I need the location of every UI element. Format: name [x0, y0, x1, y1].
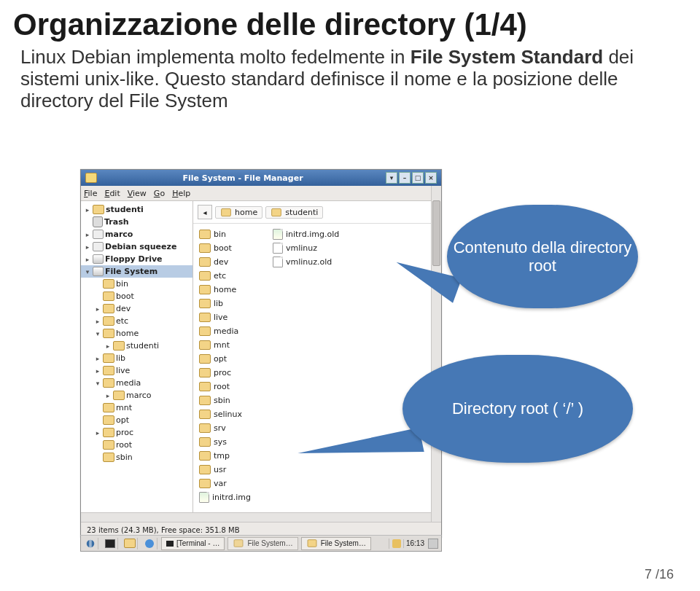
file-item-dev[interactable]: dev: [199, 256, 251, 268]
tree-item-proc[interactable]: ▸proc: [81, 426, 192, 439]
breadcrumb-home[interactable]: home: [215, 206, 262, 219]
close-button[interactable]: ×: [425, 172, 437, 184]
tree-item-marco[interactable]: ▸marco: [81, 228, 192, 240]
h-scrollbar[interactable]: [81, 512, 432, 522]
expand-icon[interactable]: ▸: [94, 429, 101, 437]
file-item-etc[interactable]: etc: [199, 270, 251, 282]
file-item-usr[interactable]: usr: [199, 463, 251, 476]
file-item-label: initrd.img.old: [286, 230, 339, 239]
tree-item-root[interactable]: ▸root: [81, 439, 192, 451]
menu-edit[interactable]: Edit: [104, 189, 120, 198]
file-item-home[interactable]: home: [199, 283, 251, 296]
menu-go[interactable]: Go: [154, 189, 165, 198]
tree-item-lib[interactable]: ▸lib: [81, 352, 192, 364]
file-item-media[interactable]: media: [199, 325, 251, 337]
menu-file[interactable]: File: [84, 189, 97, 198]
page-number: 7 /16: [645, 567, 674, 582]
breadcrumb-studenti[interactable]: studenti: [265, 206, 323, 219]
file-item-live[interactable]: live: [199, 311, 251, 324]
tree-item-studenti[interactable]: ▸studenti: [81, 203, 192, 216]
expand-icon[interactable]: ▾: [94, 380, 101, 387]
task-terminal[interactable]: [Terminal - …: [161, 537, 225, 550]
file-item-label: srv: [214, 423, 226, 433]
file-item-sys[interactable]: sys: [199, 436, 251, 448]
expand-icon[interactable]: ▸: [84, 243, 91, 251]
location-bar[interactable]: ◂ home studenti: [193, 201, 441, 224]
browser-launcher[interactable]: [142, 538, 158, 549]
expand-icon[interactable]: ▾: [84, 268, 91, 275]
tree-item-floppy-drive[interactable]: ▸Floppy Drive: [81, 253, 192, 265]
tray-icon[interactable]: [392, 539, 401, 548]
file-item-initrd-img-old[interactable]: initrd.img.old: [273, 228, 339, 240]
window-titlebar[interactable]: File System - File Manager ▾ – □ ×: [81, 170, 441, 186]
minimize-button[interactable]: –: [399, 172, 411, 184]
file-item-opt[interactable]: opt: [199, 353, 251, 365]
svg-rect-1: [89, 539, 92, 547]
keep-below-button[interactable]: ▾: [386, 172, 397, 184]
tree-item-debian-squeeze[interactable]: ▸Debian squeeze: [81, 240, 192, 253]
expand-icon[interactable]: ▸: [104, 343, 112, 350]
tree-item-home[interactable]: ▾home: [81, 327, 192, 340]
tree-item-file-system[interactable]: ▾File System: [81, 265, 192, 278]
tree-item-studenti[interactable]: ▸studenti: [81, 340, 192, 352]
tree-item-etc[interactable]: ▸etc: [81, 315, 192, 327]
expand-icon[interactable]: ▸: [94, 367, 101, 375]
task-fm-2[interactable]: File System…: [301, 537, 371, 550]
file-item-root[interactable]: root: [199, 380, 251, 393]
expand-icon[interactable]: ▸: [94, 305, 101, 313]
file-item-vmlinuz[interactable]: vmlinuz: [273, 242, 339, 254]
file-item-tmp[interactable]: tmp: [199, 450, 251, 462]
expand-icon[interactable]: ▸: [94, 318, 101, 325]
file-item-bin[interactable]: bin: [199, 228, 251, 240]
maximize-button[interactable]: □: [412, 172, 424, 184]
menu-help[interactable]: Help: [172, 189, 190, 198]
expand-icon[interactable]: ▾: [94, 330, 101, 337]
folder-icon: [199, 313, 211, 322]
expand-icon[interactable]: ▸: [94, 355, 101, 362]
file-item-mnt[interactable]: mnt: [199, 339, 251, 351]
tree-item-opt[interactable]: ▸opt: [81, 414, 192, 426]
expand-icon[interactable]: ▸: [84, 231, 91, 238]
tree-item-marco[interactable]: ▸marco: [81, 389, 192, 402]
tree-item-label: Trash: [104, 217, 129, 227]
back-button[interactable]: ◂: [198, 205, 212, 219]
expand-icon[interactable]: ▸: [84, 206, 91, 214]
file-item-var[interactable]: var: [199, 477, 251, 490]
systray[interactable]: 16:13: [389, 539, 441, 549]
file-item-lib[interactable]: lib: [199, 297, 251, 310]
file-item-selinux[interactable]: selinux: [199, 408, 251, 420]
file-item-vmlinuz-old[interactable]: vmlinuz.old: [273, 256, 339, 268]
file-item-srv[interactable]: srv: [199, 422, 251, 434]
folder-icon: [199, 271, 211, 281]
fm-launcher[interactable]: [122, 538, 138, 549]
file-item-proc[interactable]: proc: [199, 367, 251, 379]
task-fm-1[interactable]: File System…: [228, 537, 298, 550]
tree-item-live[interactable]: ▸live: [81, 364, 192, 377]
tree-item-bin[interactable]: ▸bin: [81, 278, 192, 290]
terminal-launcher[interactable]: [103, 538, 118, 549]
file-item-label: selinux: [214, 410, 242, 419]
tree-item-sbin[interactable]: ▸sbin: [81, 451, 192, 463]
file-item-label: sbin: [214, 396, 230, 405]
folder-icon: [103, 378, 114, 388]
v-scrollbar[interactable]: [431, 186, 441, 522]
file-item-label: live: [214, 313, 228, 322]
tree-item-mnt[interactable]: ▸mnt: [81, 402, 192, 414]
folder-icon: [199, 382, 211, 391]
file-item-initrd-img[interactable]: initrd.img: [199, 491, 251, 504]
show-desktop[interactable]: [428, 539, 438, 549]
folder-icon: [113, 391, 125, 400]
start-menu[interactable]: [83, 538, 98, 549]
tree-item-trash[interactable]: ▸Trash: [81, 216, 192, 228]
folder-icon: [199, 437, 211, 447]
tree-item-dev[interactable]: ▸dev: [81, 302, 192, 315]
expand-icon[interactable]: ▸: [104, 392, 112, 399]
expand-icon[interactable]: ▸: [84, 256, 91, 263]
tree-item-media[interactable]: ▾media: [81, 377, 192, 389]
tree-sidebar[interactable]: ▸studenti▸Trash▸marco▸Debian squeeze▸Flo…: [81, 201, 193, 517]
file-item-boot[interactable]: boot: [199, 242, 251, 254]
menu-view[interactable]: View: [128, 189, 147, 198]
drive-icon: [93, 267, 104, 276]
file-item-sbin[interactable]: sbin: [199, 394, 251, 407]
tree-item-boot[interactable]: ▸boot: [81, 290, 192, 302]
